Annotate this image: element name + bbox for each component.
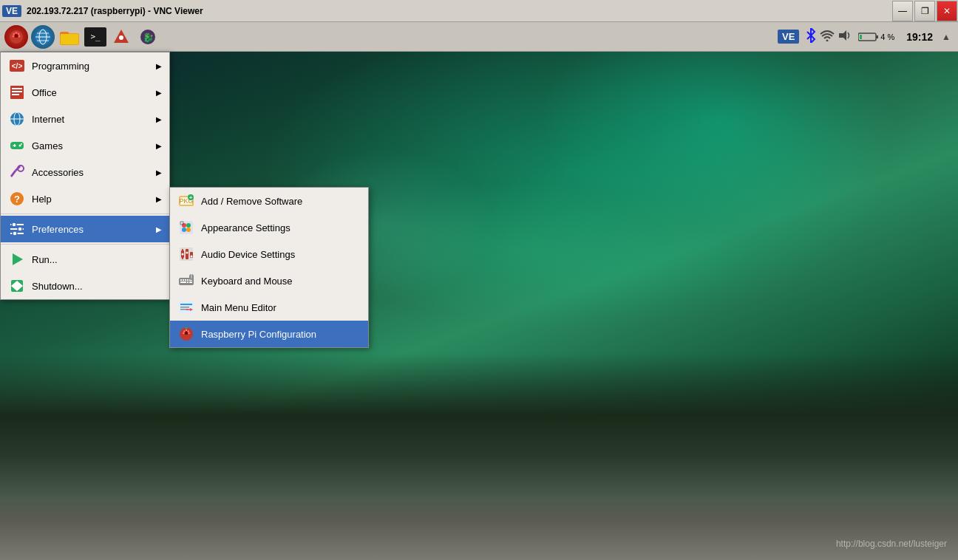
menu-item-keyboard-and-mouse[interactable]: Keyboard and Mouse <box>170 267 368 294</box>
accessories-icon <box>8 163 26 181</box>
shutdown-icon <box>8 277 26 295</box>
svg-point-88 <box>183 330 185 332</box>
raspberry-svg <box>8 29 24 45</box>
programming-icon: </> <box>8 57 26 75</box>
battery-indicator: 4 % <box>854 30 899 44</box>
svg-marker-47 <box>13 253 23 265</box>
internet-label: Internet <box>32 114 156 125</box>
run-label: Run... <box>32 254 162 265</box>
minimize-button[interactable]: — <box>892 1 913 21</box>
games-arrow: ▶ <box>156 142 162 150</box>
desktop-area: </> Programming ▶ Office ▶ <box>0 52 958 560</box>
globe-taskbar-icon[interactable] <box>31 25 55 49</box>
vnc-tray-icon[interactable]: VE <box>778 30 799 44</box>
close-button[interactable]: ✕ <box>937 1 957 21</box>
svg-rect-75 <box>180 281 186 283</box>
menu-item-main-menu-editor[interactable]: Main Menu Editor <box>170 294 368 321</box>
svg-point-3 <box>18 33 20 35</box>
preferences-icon <box>8 220 26 238</box>
svg-point-66 <box>186 252 188 254</box>
svg-point-56 <box>182 223 186 228</box>
games-label: Games <box>32 140 156 151</box>
restore-button[interactable]: ❐ <box>914 1 935 21</box>
svg-rect-76 <box>187 281 188 283</box>
titlebar-title: 202.193.72.217 (raspberrypi) - VNC Viewe… <box>24 6 891 16</box>
kali-icon[interactable]: 🐉 <box>136 25 160 49</box>
svg-point-89 <box>187 330 188 332</box>
svg-rect-29 <box>12 94 19 95</box>
svg-rect-73 <box>187 279 188 281</box>
add-remove-software-label: Add / Remove Software <box>201 196 361 207</box>
titlebar-controls: — ❐ ✕ <box>891 0 958 22</box>
menu-item-preferences[interactable]: Preferences ▶ <box>1 216 169 242</box>
folder-taskbar-icon[interactable] <box>58 25 81 49</box>
keyboard-and-mouse-icon <box>177 272 195 290</box>
preferences-submenu: PKG + Add / Remove Software <box>169 187 369 348</box>
menu-item-internet[interactable]: Internet ▶ <box>1 106 169 132</box>
svg-point-5 <box>13 35 15 37</box>
svg-point-92 <box>188 332 189 334</box>
menu-item-programming[interactable]: </> Programming ▶ <box>1 52 169 79</box>
svg-rect-33 <box>10 142 24 149</box>
svg-point-58 <box>182 228 186 232</box>
bluetooth-icon[interactable] <box>805 28 817 46</box>
menu-item-appearance-settings[interactable]: Appearance Settings <box>170 214 368 241</box>
menu-item-audio-device-settings[interactable]: Audio Device Settings <box>170 241 368 267</box>
wifi-icon[interactable] <box>820 30 835 44</box>
menu-item-games[interactable]: Games ▶ <box>1 132 169 159</box>
svg-rect-22 <box>876 35 878 38</box>
svg-text:?: ? <box>14 194 20 205</box>
help-arrow: ▶ <box>156 195 162 203</box>
svg-rect-70 <box>180 279 182 281</box>
internet-menu-icon <box>8 110 26 128</box>
systray: VE <box>778 28 955 46</box>
svg-point-44 <box>12 222 16 227</box>
svg-point-2 <box>13 33 16 35</box>
landscape-overlay <box>0 353 958 560</box>
menu-item-add-remove-software[interactable]: PKG + Add / Remove Software <box>170 188 368 214</box>
menu-separator-2 <box>1 244 169 245</box>
svg-point-19 <box>826 39 829 41</box>
svg-rect-72 <box>185 279 186 281</box>
raspberry-pi-configuration-label: Raspberry Pi Configuration <box>201 329 361 340</box>
svg-point-91 <box>183 332 184 334</box>
svg-rect-35 <box>13 146 16 147</box>
svg-rect-77 <box>189 281 192 283</box>
taskbar: >_ 🐉 VE <box>0 22 958 52</box>
svg-rect-27 <box>12 88 22 89</box>
raspberry-pi-config-icon <box>177 325 195 343</box>
svg-text:+: + <box>189 194 193 201</box>
menu-item-run[interactable]: Run... <box>1 246 169 273</box>
menu-item-raspberry-pi-configuration[interactable]: Raspberry Pi Configuration <box>170 321 368 347</box>
tray-arrow-icon[interactable]: ▲ <box>940 30 952 44</box>
menu-item-shutdown[interactable]: Shutdown... <box>1 273 169 299</box>
extra-icon-1[interactable] <box>109 25 133 49</box>
menu-item-office[interactable]: Office ▶ <box>1 79 169 106</box>
main-menu-editor-label: Main Menu Editor <box>201 302 361 313</box>
svg-rect-55 <box>180 221 193 234</box>
vnc-logo: VE <box>3 2 21 20</box>
help-icon: ? <box>8 190 26 208</box>
accessories-label: Accessories <box>32 167 156 178</box>
raspberry-menu-icon[interactable] <box>4 25 28 49</box>
audio-device-settings-label: Audio Device Settings <box>201 249 361 260</box>
svg-point-36 <box>19 145 21 147</box>
svg-rect-81 <box>180 304 192 305</box>
svg-rect-28 <box>12 91 22 92</box>
volume-icon[interactable] <box>838 29 851 45</box>
menu-item-accessories[interactable]: Accessories ▶ <box>1 159 169 185</box>
svg-marker-20 <box>839 30 846 41</box>
svg-rect-71 <box>183 279 184 281</box>
shutdown-label: Shutdown... <box>32 281 162 292</box>
programming-arrow: ▶ <box>156 62 162 70</box>
appearance-settings-label: Appearance Settings <box>201 222 361 233</box>
appearance-settings-icon <box>177 219 195 236</box>
menu-item-help[interactable]: ? Help ▶ <box>1 185 169 212</box>
svg-point-59 <box>186 228 191 232</box>
svg-point-45 <box>18 227 22 231</box>
svg-rect-82 <box>180 307 189 308</box>
games-icon <box>8 137 26 154</box>
svg-text:</>: </> <box>12 62 23 70</box>
svg-point-57 <box>186 223 191 228</box>
terminal-taskbar-icon[interactable]: >_ <box>84 27 106 47</box>
